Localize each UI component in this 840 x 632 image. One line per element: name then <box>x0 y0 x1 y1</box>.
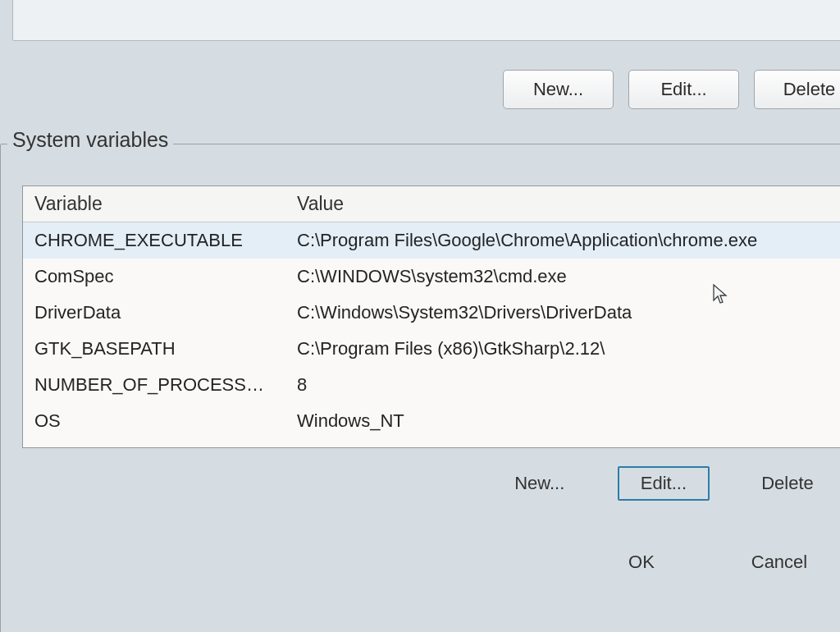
system-edit-button[interactable]: Edit... <box>618 466 710 501</box>
user-new-button[interactable]: New... <box>503 70 614 109</box>
table-row[interactable]: ComSpecC:\WINDOWS\system32\cmd.exe <box>23 259 840 295</box>
cancel-button[interactable]: Cancel <box>734 545 824 579</box>
cell-variable: path <box>23 440 285 447</box>
table-row[interactable]: DriverDataC:\Windows\System32\Drivers\Dr… <box>23 295 840 331</box>
cell-value: C:\Users\Janani Vetri\AppData\Local\Pub\… <box>285 440 840 447</box>
cell-value: 8 <box>285 367 840 403</box>
system-delete-button[interactable]: Delete <box>742 466 833 501</box>
cell-value: Windows_NT <box>285 403 840 439</box>
cell-variable: OS <box>23 403 285 439</box>
cell-variable: ComSpec <box>23 259 285 295</box>
user-vars-button-row: New... Edit... Delete <box>503 70 840 109</box>
ok-button[interactable]: OK <box>596 545 687 579</box>
system-new-button[interactable]: New... <box>495 466 585 501</box>
system-variables-listview[interactable]: Variable Value CHROME_EXECUTABLEC:\Progr… <box>22 185 840 448</box>
cell-variable: GTK_BASEPATH <box>23 331 285 367</box>
table-row[interactable]: pathC:\Users\Janani Vetri\AppData\Local\… <box>23 440 840 447</box>
cell-value: C:\Program Files (x86)\GtkSharp\2.12\ <box>285 331 840 367</box>
system-vars-button-row: New... Edit... Delete <box>495 466 833 501</box>
table-row[interactable]: OSWindows_NT <box>23 403 840 439</box>
dialog-button-row: OK Cancel <box>596 545 824 579</box>
cell-variable: CHROME_EXECUTABLE <box>23 222 285 259</box>
column-header-variable[interactable]: Variable <box>23 186 285 222</box>
system-variables-groupbox: System variables Variable Value CHROME_E… <box>0 144 840 632</box>
table-row[interactable]: CHROME_EXECUTABLEC:\Program Files\Google… <box>23 222 840 259</box>
user-variables-panel-fragment <box>12 0 840 41</box>
cell-variable: NUMBER_OF_PROCESSORS <box>23 367 285 403</box>
cell-value: C:\Program Files\Google\Chrome\Applicati… <box>285 222 840 259</box>
table-row[interactable]: GTK_BASEPATHC:\Program Files (x86)\GtkSh… <box>23 331 840 367</box>
user-edit-button[interactable]: Edit... <box>628 70 739 109</box>
cell-value: C:\Windows\System32\Drivers\DriverData <box>285 295 840 331</box>
cell-variable: DriverData <box>23 295 285 331</box>
column-header-value[interactable]: Value <box>285 186 840 222</box>
user-delete-button[interactable]: Delete <box>754 70 840 109</box>
cell-value: C:\WINDOWS\system32\cmd.exe <box>285 259 840 295</box>
table-row[interactable]: NUMBER_OF_PROCESSORS8 <box>23 367 840 403</box>
groupbox-title: System variables <box>7 128 173 152</box>
